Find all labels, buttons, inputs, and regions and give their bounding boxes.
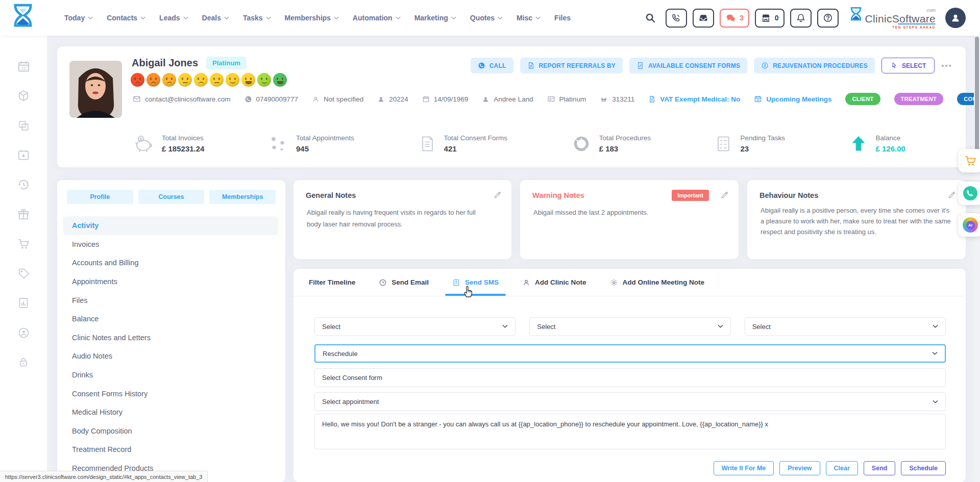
sidebar-item-invoices[interactable]: Invoices [63,235,278,254]
nav-item-quotes[interactable]: Quotes [470,14,503,22]
app-logo-hourglass-icon[interactable] [11,3,36,33]
sms-message-textarea[interactable]: Hello, we miss you! Don't be a stranger … [314,414,946,449]
help-button[interactable] [817,9,839,28]
rail-cart-icon[interactable] [16,237,31,251]
floating-whatsapp-button[interactable] [959,182,980,205]
tab-add-online-meeting-note[interactable]: Add Online Meeting Note [610,269,705,296]
mood-face-5[interactable] [194,73,208,87]
mood-face-2[interactable] [146,73,160,87]
rail-lock-icon[interactable] [16,355,31,369]
rail-duplicate-icon[interactable] [16,118,31,133]
label-pill-client[interactable]: CLIENT [845,93,880,105]
mood-face-9[interactable] [257,73,271,87]
brand-logo[interactable]: ClinicSoftware .com TEN STEPS AHEAD [849,7,936,29]
nav-item-today[interactable]: Today [64,14,93,22]
chat-notifications-button[interactable]: 3 [720,9,749,28]
user-avatar[interactable] [945,8,966,28]
tab-send-email[interactable]: Send Email [379,269,429,296]
send-button[interactable]: Send [864,461,896,475]
rail-report-icon[interactable] [16,296,31,310]
nav-item-automation[interactable]: Automation [353,14,401,22]
contact-owner[interactable]: Andree Land [482,95,533,103]
sms-select-2[interactable]: Select [529,317,730,336]
label-pill-treatment[interactable]: TREATMENT [894,93,944,105]
contact-phone[interactable]: 07490009777 [244,95,299,103]
sidebar-item-medical-history[interactable]: Medical History [63,403,278,422]
rail-calendar-icon[interactable] [16,59,31,73]
preview-button[interactable]: Preview [779,461,820,475]
sidebar-item-appointments[interactable]: Appointments [63,272,278,291]
mood-face-10[interactable] [273,73,287,87]
sms-template-select[interactable]: Reschedule [314,344,946,363]
sms-select-1[interactable]: Select [314,317,516,336]
more-options-button[interactable]: ••• [941,61,952,70]
nav-item-deals[interactable]: Deals [202,14,229,22]
nav-item-contacts[interactable]: Contacts [107,14,145,22]
mood-face-3[interactable] [162,73,176,87]
contact-dob[interactable]: 14/09/1969 [422,95,469,103]
contact-email[interactable]: contact@clinicsoftware.com [133,95,231,103]
consent-form-select[interactable]: Select Consent form [314,368,946,387]
mood-face-4[interactable] [178,73,192,87]
shop-button[interactable]: 0 [755,9,785,28]
clear-button[interactable]: Clear [826,461,858,475]
sidebar-item-activity[interactable]: Activity [63,216,278,235]
nav-item-misc[interactable]: Misc [517,14,541,22]
sidebar-item-consent-forms-history[interactable]: Consent Forms History [63,384,278,403]
contact-photo[interactable] [69,61,122,118]
nav-item-tasks[interactable]: Tasks [243,14,271,22]
rail-products-cube-icon[interactable] [16,89,31,103]
upcoming-meetings-link[interactable]: Upcoming Meetings [754,95,831,103]
write-it-for-me-button[interactable]: Write It For Me [714,461,774,475]
contact-membership[interactable]: Platinum [547,95,586,103]
sidebar-item-balance[interactable]: Balance [63,310,278,328]
dialer-button[interactable] [666,9,687,28]
tab-filter-timeline[interactable]: Filter Timeline [309,269,355,296]
rail-history-icon[interactable] [16,177,31,192]
rail-tag-icon[interactable] [16,266,31,281]
schedule-button[interactable]: Schedule [901,461,946,475]
mood-face-6[interactable] [210,73,224,87]
sms-select-3[interactable]: Select [745,317,946,336]
mood-face-1[interactable] [131,73,144,87]
contact-loyalty-points[interactable]: 313211 [600,95,634,103]
tab-courses[interactable]: Courses [138,190,205,204]
tab-send-sms[interactable]: Send SMS [452,269,499,296]
floating-ai-button[interactable]: AI [959,213,980,237]
available-consent-forms-button[interactable]: AVAILABLE CONSENT FORMS [629,58,747,73]
sidebar-item-treatment-record[interactable]: Treatment Record [63,440,278,459]
sidebar-item-files[interactable]: Files [63,291,278,310]
scrollbar-thumb[interactable] [975,37,979,153]
call-button[interactable]: CALL [471,58,513,73]
sidebar-item-audio-notes[interactable]: Audio Notes [63,347,278,366]
rejuvenation-procedures-button[interactable]: REJUVENATION PROCEDURES [754,58,875,73]
nav-item-marketing[interactable]: Marketing [414,14,456,22]
edit-note-icon[interactable] [720,190,729,199]
tab-profile[interactable]: Profile [67,190,133,204]
rail-user-session-icon[interactable] [16,325,31,340]
tab-memberships[interactable]: Memberships [209,190,276,204]
rail-calendar-import-icon[interactable] [16,148,31,162]
sidebar-item-body-composition[interactable]: Body Composition [63,422,278,441]
contact-client-id[interactable]: 20224 [377,95,408,103]
rail-gift-icon[interactable] [16,207,31,221]
mood-face-8[interactable] [241,73,255,87]
edit-note-icon[interactable] [947,190,956,199]
select-button[interactable]: SELECT [881,58,935,73]
tab-add-clinic-note[interactable]: Add Clinic Note [522,269,586,296]
contact-referral[interactable]: Not specified [312,95,363,103]
nav-item-leads[interactable]: Leads [159,14,188,22]
nav-item-memberships[interactable]: Memberships [285,14,339,22]
nav-item-files[interactable]: Files [554,14,571,22]
report-referrals-button[interactable]: REPORT REFERRALS BY [520,58,623,73]
search-icon[interactable] [645,12,656,23]
inbox-button[interactable] [693,9,714,28]
floating-cart-button[interactable] [959,149,980,172]
sidebar-item-drinks[interactable]: Drinks [63,366,278,385]
edit-note-icon[interactable] [493,190,502,199]
sidebar-item-accounts-and-billing[interactable]: Accounts and Billing [63,253,278,272]
notifications-button[interactable] [790,9,812,28]
vat-exempt-link[interactable]: VAT Exempt Medical: No [648,95,740,103]
appointment-select[interactable]: Select appointment [314,392,946,411]
mood-face-7[interactable] [226,73,239,87]
